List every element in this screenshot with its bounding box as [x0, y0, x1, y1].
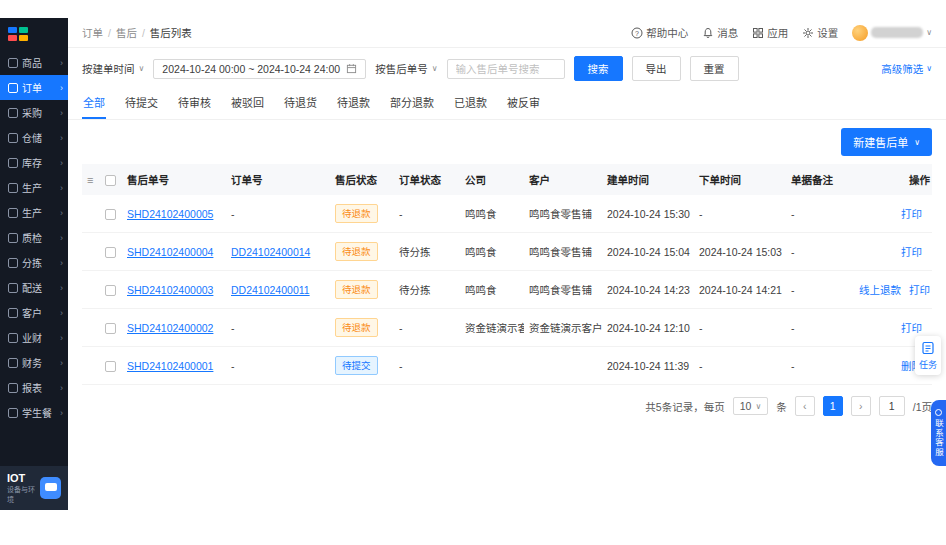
page-1-button[interactable]: 1: [823, 396, 843, 416]
row-checkbox[interactable]: [105, 361, 116, 372]
app-window: 商品 订单 采购 仓储 库存 生产 生产 质检 分拣 配送 客户 业财 财务 报…: [0, 18, 946, 510]
date-range-picker[interactable]: 2024-10-24 00:00 ~ 2024-10-24 24:00: [153, 59, 366, 79]
company-cell: 鸣鸣食: [460, 195, 524, 233]
reset-button[interactable]: 重置: [690, 56, 739, 81]
table-row: SHD24102400002 - 待退款 - 资金链演示客户1 资金链演示客户 …: [82, 309, 932, 347]
iot-chat-icon[interactable]: [40, 477, 61, 499]
print-action[interactable]: 打印: [901, 322, 922, 334]
breadcrumb-separator: [108, 27, 111, 39]
order-no-link[interactable]: DD24102400011: [231, 284, 310, 296]
next-page-button[interactable]: [851, 396, 871, 416]
order-no-cell: -: [226, 195, 330, 233]
tab-pending-refund[interactable]: 待退款: [336, 88, 371, 119]
tab-pending-submit[interactable]: 待提交: [124, 88, 159, 119]
tasks-float-button[interactable]: 任务: [915, 336, 941, 375]
iot-panel[interactable]: IOT 设备与环境: [0, 466, 68, 510]
sidebar-item-inventory[interactable]: 库存: [0, 150, 68, 175]
page-size-select[interactable]: 10: [733, 397, 769, 415]
messages-label: 消息: [717, 25, 738, 40]
number-field-select[interactable]: 按售后单号: [375, 61, 437, 76]
advanced-filter-toggle[interactable]: 高级筛选: [881, 61, 932, 76]
apps-button[interactable]: 应用: [752, 25, 788, 40]
tab-rejected[interactable]: 被驳回: [230, 88, 265, 119]
sidebar-item-biz-finance[interactable]: 业财: [0, 325, 68, 350]
online-refund-action[interactable]: 线上退款: [859, 284, 901, 296]
page-jump-input[interactable]: [879, 396, 905, 416]
settings-button[interactable]: 设置: [802, 25, 838, 40]
column-settings-icon[interactable]: [87, 174, 93, 186]
row-checkbox[interactable]: [105, 285, 116, 296]
customer-cell: 资金链演示客户: [524, 309, 602, 347]
export-button[interactable]: 导出: [632, 56, 681, 81]
contact-support-label: 联系客服: [933, 419, 945, 457]
search-input[interactable]: [447, 59, 565, 79]
sidebar-item-label: 报表: [22, 380, 42, 395]
row-checkbox[interactable]: [105, 247, 116, 258]
svg-text:?: ?: [635, 29, 639, 36]
col-remark: 单据备注: [786, 164, 842, 195]
print-action[interactable]: 打印: [909, 284, 930, 296]
sidebar-item-reports[interactable]: 报表: [0, 375, 68, 400]
after-sale-no-link[interactable]: SHD24102400004: [127, 246, 213, 258]
sidebar-item-quality[interactable]: 质检: [0, 225, 68, 250]
tab-all[interactable]: 全部: [82, 88, 106, 119]
created-at-cell: 2024-10-24 11:39: [602, 347, 694, 385]
row-checkbox[interactable]: [105, 323, 116, 334]
filter-bar: 按建单时间 2024-10-24 00:00 ~ 2024-10-24 24:0…: [68, 48, 946, 88]
sidebar-item-label: 财务: [22, 355, 42, 370]
logo[interactable]: [0, 18, 68, 50]
customer-cell: [524, 347, 602, 385]
row-checkbox[interactable]: [105, 209, 116, 220]
after-sale-no-link[interactable]: SHD24102400003: [127, 284, 213, 296]
tab-partial-refund[interactable]: 部分退款: [389, 88, 435, 119]
chevron-down-icon: [755, 402, 761, 411]
sidebar-item-orders[interactable]: 订单: [0, 75, 68, 100]
print-action[interactable]: 打印: [901, 246, 922, 258]
sidebar-item-customers[interactable]: 客户: [0, 300, 68, 325]
sidebar-item-student-meal[interactable]: 学生餐: [0, 400, 68, 425]
help-center-button[interactable]: ? 帮助中心: [631, 25, 688, 40]
time-field-select[interactable]: 按建单时间: [82, 61, 144, 76]
col-after-sale-no: 售后单号: [122, 164, 226, 195]
sidebar-item-label: 生产: [22, 180, 42, 195]
number-field-value: 按售后单号: [375, 61, 428, 76]
status-badge: 待提交: [335, 356, 378, 375]
order-no-link[interactable]: DD24102400014: [231, 246, 310, 258]
remark-cell: -: [786, 309, 842, 347]
after-sale-no-link[interactable]: SHD24102400001: [127, 360, 213, 372]
user-menu[interactable]: [852, 25, 932, 41]
chevron-down-icon: [139, 64, 145, 73]
after-sale-no-link[interactable]: SHD24102400002: [127, 322, 213, 334]
search-button[interactable]: 搜索: [574, 56, 623, 81]
breadcrumb-after-sale[interactable]: 售后: [116, 25, 137, 40]
warehouse-icon: [8, 133, 18, 143]
after-sale-table: 售后单号 订单号 售后状态 订单状态 公司 客户 建单时间 下单时间 单据备注 …: [68, 164, 946, 385]
student-meal-icon: [8, 408, 18, 418]
sidebar-item-delivery[interactable]: 配送: [0, 275, 68, 300]
tab-pending-return[interactable]: 待退货: [283, 88, 318, 119]
new-after-sale-button[interactable]: 新建售后单: [841, 128, 932, 156]
remark-cell: -: [786, 195, 842, 233]
tab-refunded[interactable]: 已退款: [453, 88, 488, 119]
sidebar-item-production-1[interactable]: 生产: [0, 175, 68, 200]
sidebar-item-sorting[interactable]: 分拣: [0, 250, 68, 275]
prev-page-button[interactable]: [795, 396, 815, 416]
sidebar-item-goods[interactable]: 商品: [0, 50, 68, 75]
delivery-icon: [8, 283, 18, 293]
after-sale-no-link[interactable]: SHD24102400005: [127, 208, 213, 220]
customer-cell: 鸣鸣食零售铺: [524, 233, 602, 271]
tab-review-reversed[interactable]: 被反审: [506, 88, 541, 119]
contact-support-tab[interactable]: 联系客服: [931, 400, 946, 466]
messages-button[interactable]: 消息: [702, 25, 738, 40]
print-action[interactable]: 打印: [901, 208, 922, 220]
sidebar-item-finance[interactable]: 财务: [0, 350, 68, 375]
sidebar-item-warehouse[interactable]: 仓储: [0, 125, 68, 150]
select-all-checkbox[interactable]: [105, 175, 116, 186]
tab-pending-review[interactable]: 待审核: [177, 88, 212, 119]
created-at-cell: 2024-10-24 14:23: [602, 271, 694, 309]
sidebar-item-purchase[interactable]: 采购: [0, 100, 68, 125]
user-name-masked: [871, 27, 923, 38]
breadcrumb-orders[interactable]: 订单: [82, 25, 103, 40]
sidebar-item-production-2[interactable]: 生产: [0, 200, 68, 225]
quality-icon: [8, 233, 18, 243]
